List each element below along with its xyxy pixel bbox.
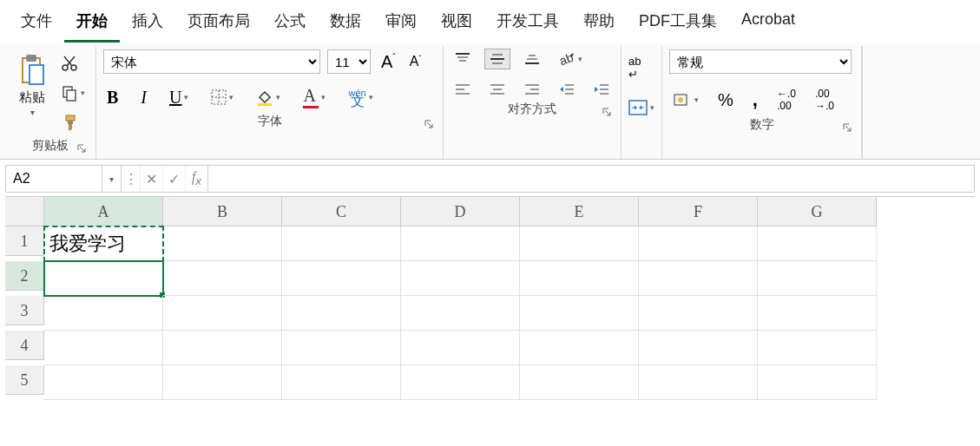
decrease-decimal-button[interactable]: .00→.0 — [812, 86, 838, 114]
fill-color-button[interactable] — [253, 87, 284, 108]
cell-G5[interactable] — [758, 365, 877, 400]
font-color-button[interactable]: A — [299, 84, 329, 110]
decrease-indent-button[interactable] — [555, 81, 579, 98]
col-head-E[interactable]: E — [520, 197, 639, 226]
col-head-D[interactable]: D — [401, 197, 520, 226]
cell-C4[interactable] — [282, 331, 401, 365]
cell-G1[interactable] — [758, 226, 877, 261]
cell-F2[interactable] — [639, 261, 758, 296]
cell-B1[interactable] — [163, 226, 282, 261]
font-size-select[interactable]: 11 — [327, 49, 371, 74]
row-head-2[interactable]: 2 — [5, 261, 44, 291]
increase-decimal-button[interactable]: ←.0.00 — [773, 86, 799, 114]
align-left-button[interactable] — [451, 81, 475, 98]
cell-D5[interactable] — [401, 365, 520, 400]
format-painter-button[interactable] — [57, 112, 89, 134]
tab-insert[interactable]: 插入 — [120, 5, 175, 43]
tab-view[interactable]: 视图 — [429, 5, 484, 43]
cell-F1[interactable] — [639, 226, 758, 261]
bold-button[interactable]: B — [103, 86, 122, 109]
alignment-launcher[interactable] — [602, 107, 614, 119]
cell-D4[interactable] — [401, 331, 520, 365]
cell-E2[interactable] — [520, 261, 639, 296]
cell-G3[interactable] — [758, 296, 877, 331]
cell-F4[interactable] — [639, 331, 758, 365]
col-head-B[interactable]: B — [163, 197, 282, 226]
row-head-1[interactable]: 1 — [5, 226, 44, 256]
merge-button[interactable] — [625, 98, 658, 117]
cell-F3[interactable] — [639, 296, 758, 331]
tab-data[interactable]: 数据 — [318, 5, 373, 43]
row-head-3[interactable]: 3 — [5, 296, 44, 325]
cell-B3[interactable] — [163, 296, 282, 331]
cell-A2[interactable] — [44, 261, 163, 296]
percent-button[interactable]: % — [714, 89, 737, 112]
orientation-button[interactable]: ab — [555, 49, 586, 69]
align-bottom-button[interactable] — [520, 49, 544, 69]
cell-C3[interactable] — [282, 296, 401, 331]
row-head-5[interactable]: 5 — [5, 365, 44, 395]
tab-home[interactable]: 开始 — [64, 5, 120, 43]
accounting-format-button[interactable] — [669, 90, 702, 109]
cell-B4[interactable] — [163, 331, 282, 365]
align-center-button[interactable] — [485, 81, 510, 98]
phonetic-button[interactable]: wén文 — [345, 87, 376, 108]
cell-E3[interactable] — [520, 296, 639, 331]
cell-B5[interactable] — [163, 365, 282, 400]
cut-button[interactable] — [57, 53, 89, 74]
tab-formulas[interactable]: 公式 — [262, 5, 318, 43]
wrap-text-button[interactable]: ab↵ — [625, 53, 644, 82]
name-box-dropdown[interactable]: ▾ — [102, 166, 121, 192]
formula-bar-options[interactable]: ⋮ — [121, 166, 140, 192]
font-launcher[interactable] — [424, 119, 436, 131]
cell-A4[interactable] — [44, 331, 163, 365]
number-launcher[interactable] — [842, 122, 854, 134]
cell-E1[interactable] — [520, 226, 639, 261]
name-box[interactable] — [6, 166, 102, 192]
col-head-F[interactable]: F — [639, 197, 758, 226]
formula-input[interactable] — [207, 166, 974, 192]
cell-G4[interactable] — [758, 331, 877, 365]
cell-C5[interactable] — [282, 365, 401, 400]
cell-D3[interactable] — [401, 296, 520, 331]
cell-E4[interactable] — [520, 331, 639, 365]
borders-button[interactable] — [207, 88, 237, 107]
row-head-4[interactable]: 4 — [5, 331, 44, 360]
cell-B2[interactable] — [163, 261, 282, 296]
col-head-G[interactable]: G — [758, 197, 877, 226]
cell-F5[interactable] — [639, 365, 758, 400]
tab-page-layout[interactable]: 页面布局 — [175, 5, 262, 43]
enter-formula-button[interactable]: ✓ — [162, 166, 185, 192]
tab-review[interactable]: 审阅 — [373, 5, 429, 43]
increase-indent-button[interactable] — [589, 81, 614, 98]
underline-button[interactable]: U — [166, 86, 192, 109]
tab-pdf-tools[interactable]: PDF工具集 — [627, 5, 729, 43]
cell-A3[interactable] — [44, 296, 163, 331]
cell-A1[interactable]: 我爱学习 — [44, 226, 163, 261]
italic-button[interactable]: I — [137, 86, 150, 109]
cell-A5[interactable] — [44, 365, 163, 400]
select-all-corner[interactable] — [5, 197, 44, 226]
insert-function-button[interactable]: fx — [185, 166, 207, 192]
grow-font-button[interactable]: Aˆ — [378, 50, 399, 74]
cell-G2[interactable] — [758, 261, 877, 296]
tab-file[interactable]: 文件 — [9, 5, 64, 43]
align-right-button[interactable] — [520, 81, 544, 98]
tab-developer[interactable]: 开发工具 — [484, 5, 571, 43]
col-head-C[interactable]: C — [282, 197, 401, 226]
font-name-select[interactable]: 宋体 — [103, 49, 320, 74]
cell-D1[interactable] — [401, 226, 520, 261]
cell-C2[interactable] — [282, 261, 401, 296]
shrink-font-button[interactable]: Aˇ — [406, 52, 425, 71]
clipboard-launcher[interactable] — [76, 143, 89, 155]
tab-help[interactable]: 帮助 — [571, 5, 627, 43]
comma-button[interactable]: , — [749, 87, 761, 113]
paste-button[interactable]: 粘贴 ▾ — [12, 49, 52, 121]
cancel-formula-button[interactable]: ✕ — [140, 166, 162, 192]
align-top-button[interactable] — [451, 49, 475, 69]
tab-acrobat[interactable]: Acrobat — [729, 5, 807, 43]
number-format-select[interactable]: 常规 — [669, 49, 852, 74]
align-middle-button[interactable] — [485, 49, 510, 69]
col-head-A[interactable]: A — [44, 197, 163, 226]
cell-D2[interactable] — [401, 261, 520, 296]
